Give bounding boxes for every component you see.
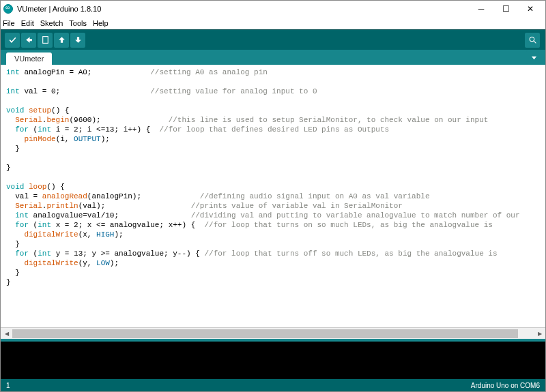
- svg-marker-6: [531, 56, 536, 59]
- scroll-track[interactable]: [12, 329, 534, 339]
- window-controls: ─ ☐ ✕: [469, 1, 543, 17]
- window-title: VUmeter | Arduino 1.8.10: [17, 5, 469, 13]
- status-board-port: Arduino Uno on COM6: [471, 382, 540, 389]
- svg-marker-3: [75, 37, 81, 43]
- close-button[interactable]: ✕: [518, 1, 543, 17]
- code-editor[interactable]: int analogPin = A0; //setting A0 as anal…: [1, 65, 545, 327]
- svg-marker-0: [26, 37, 32, 43]
- menu-sketch[interactable]: Sketch: [40, 19, 63, 27]
- menubar: File Edit Sketch Tools Help: [1, 17, 545, 29]
- tab-menu-button[interactable]: [526, 50, 541, 64]
- svg-marker-2: [59, 37, 65, 43]
- maximize-button[interactable]: ☐: [493, 1, 518, 17]
- svg-point-4: [530, 37, 534, 42]
- scroll-left-icon[interactable]: ◀: [1, 329, 12, 339]
- output-console[interactable]: [1, 342, 545, 379]
- menu-edit[interactable]: Edit: [21, 19, 34, 27]
- editor: int analogPin = A0; //setting A0 as anal…: [1, 65, 545, 339]
- tab-label: VUmeter: [14, 55, 44, 63]
- scroll-thumb[interactable]: [12, 329, 518, 338]
- minimize-button[interactable]: ─: [469, 1, 493, 17]
- svg-rect-1: [42, 37, 48, 44]
- horizontal-scrollbar[interactable]: ◀ ▶: [1, 327, 545, 339]
- new-button[interactable]: [38, 33, 53, 48]
- scroll-right-icon[interactable]: ▶: [534, 329, 545, 339]
- arduino-app-icon: [3, 4, 13, 14]
- save-button[interactable]: [70, 33, 85, 48]
- tab-vumeter[interactable]: VUmeter: [6, 52, 52, 65]
- serial-monitor-button[interactable]: [525, 33, 540, 48]
- verify-button[interactable]: [5, 33, 20, 48]
- statusbar: 1 Arduino Uno on COM6: [1, 379, 545, 391]
- toolbar: [1, 29, 545, 50]
- menu-tools[interactable]: Tools: [69, 19, 87, 27]
- upload-button[interactable]: [21, 33, 36, 48]
- menu-file[interactable]: File: [3, 19, 15, 27]
- tabbar: VUmeter: [1, 50, 545, 65]
- menu-help[interactable]: Help: [93, 19, 109, 27]
- open-button[interactable]: [54, 33, 69, 48]
- titlebar: VUmeter | Arduino 1.8.10 ─ ☐ ✕: [1, 1, 545, 17]
- svg-line-5: [534, 41, 536, 43]
- status-line-number: 1: [6, 382, 10, 389]
